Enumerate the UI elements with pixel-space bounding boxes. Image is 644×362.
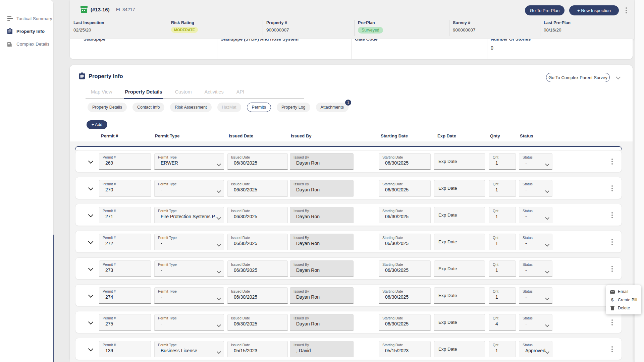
issued-date-field[interactable]: Issued Date 06/30/2025 (227, 207, 288, 223)
quantity-field[interactable]: Qnt 1 (489, 153, 516, 170)
issued-date-field[interactable]: Issued Date 06/30/2025 (227, 234, 288, 250)
status-select[interactable]: Status - (519, 260, 552, 277)
status-select[interactable]: Status - (519, 314, 552, 330)
collapse-chevron-icon[interactable] (616, 74, 620, 80)
quantity-field[interactable]: Qnt 1 (489, 207, 516, 223)
row-expand-chevron-icon[interactable] (88, 293, 94, 298)
context-menu-create-bill[interactable]: $ Create Bill (606, 296, 641, 304)
tab[interactable]: Map View (90, 87, 113, 99)
permit-number-field[interactable]: Permit # 271 (99, 207, 151, 223)
status-select[interactable]: Status - (519, 287, 552, 304)
section-chip-label: Contact Info (137, 105, 160, 110)
issued-by-value: Dayan Ron (290, 159, 353, 166)
row-kebab-menu-icon[interactable] (611, 265, 613, 273)
issued-date-field[interactable]: Issued Date 06/30/2025 (227, 314, 288, 330)
row-expand-chevron-icon[interactable] (88, 185, 94, 191)
section-chip[interactable]: HazMat (217, 103, 241, 112)
permit-type-select[interactable]: Permit Type - (154, 260, 224, 277)
exp-date-field[interactable]: Exp Date (434, 153, 485, 170)
starting-date-field[interactable]: Starting Date 06/30/2025 (379, 207, 431, 223)
row-kebab-menu-icon[interactable] (611, 346, 613, 353)
permit-type-select[interactable]: Permit Type - (154, 287, 224, 304)
permit-number-field[interactable]: Permit # 274 (99, 287, 151, 304)
exp-date-field[interactable]: Exp Date (434, 260, 485, 277)
permit-number-field[interactable]: Permit # 139 (99, 341, 151, 357)
section-chip[interactable]: Property Log (277, 103, 310, 112)
complex-details-icon (7, 41, 13, 47)
starting-date-field[interactable]: Starting Date 06/30/2025 (379, 153, 431, 170)
tab[interactable]: API (236, 87, 245, 99)
status-select[interactable]: Status - (519, 180, 552, 196)
starting-date-field[interactable]: Starting Date 06/30/2025 (379, 180, 431, 196)
tab[interactable]: Activities (204, 87, 224, 99)
row-expand-chevron-icon[interactable] (88, 266, 94, 271)
row-expand-chevron-icon[interactable] (88, 239, 94, 244)
issued-date-field[interactable]: Issued Date 06/30/2025 (227, 180, 288, 196)
quantity-field[interactable]: Qnt 1 (489, 234, 516, 250)
permit-type-select[interactable]: Permit Type Fire Protection Systems P... (154, 207, 224, 223)
permit-number-field[interactable]: Permit # 272 (99, 234, 151, 250)
add-permit-button[interactable]: + Add (87, 120, 107, 129)
row-expand-chevron-icon[interactable] (88, 346, 94, 352)
exp-date-field[interactable]: Exp Date (434, 207, 485, 223)
go-to-complex-parent-survey-button[interactable]: Go To Complex Parent Survey (546, 73, 610, 82)
starting-date-field[interactable]: Starting Date 06/30/2025 (379, 260, 431, 277)
row-kebab-menu-icon[interactable] (611, 185, 613, 192)
issued-date-field[interactable]: Issued Date 06/30/2025 (227, 260, 288, 277)
status-select[interactable]: Status - (519, 207, 552, 223)
permit-type-select[interactable]: Permit Type Business License (154, 341, 224, 357)
context-menu-delete[interactable]: Delete (606, 304, 641, 312)
permit-type-select[interactable]: Permit Type - (154, 314, 224, 330)
starting-date-field[interactable]: Starting Date 06/30/2025 (379, 234, 431, 250)
exp-date-field[interactable]: Exp Date (434, 341, 485, 357)
status-select[interactable]: Status - (519, 234, 552, 250)
section-chip[interactable]: Contact Info (132, 103, 164, 112)
exp-date-field[interactable]: Exp Date (434, 314, 485, 330)
issued-by-field: Issued By Dayan Ron (290, 153, 354, 170)
row-kebab-menu-icon[interactable] (611, 158, 613, 165)
go-to-preplan-button[interactable]: Go To Pre-Plan (525, 5, 565, 15)
section-chip[interactable]: Property Details (88, 103, 127, 112)
permit-number-field[interactable]: Permit # 269 (99, 153, 151, 170)
starting-date-field[interactable]: Starting Date 06/30/2025 (379, 287, 431, 304)
quantity-field[interactable]: Qnt 4 (489, 314, 516, 330)
quantity-field[interactable]: Qnt 1 (489, 180, 516, 196)
status-select[interactable]: Status Approved (519, 341, 552, 357)
permit-number-field[interactable]: Permit # 270 (99, 180, 151, 196)
permit-number-field[interactable]: Permit # 273 (99, 260, 151, 277)
section-chip[interactable]: Risk Assessment (170, 103, 211, 112)
quantity-field[interactable]: Qnt 1 (489, 260, 516, 277)
section-chip[interactable]: Permits (247, 103, 271, 112)
header-kebab-menu-icon[interactable] (625, 7, 628, 14)
context-menu-email[interactable]: Email (606, 288, 641, 296)
section-chip[interactable]: Attachments 1 (316, 103, 348, 112)
starting-date-field[interactable]: Starting Date 05/15/2023 (379, 341, 431, 357)
sidebar-item-property-info[interactable]: Property Info (0, 25, 53, 38)
row-kebab-menu-icon[interactable] (611, 212, 613, 219)
sidebar-item-tactical-summary[interactable]: Tactical Summary (0, 12, 53, 25)
quantity-field[interactable]: Qnt 1 (489, 341, 516, 357)
row-expand-chevron-icon[interactable] (88, 212, 94, 218)
issued-date-field[interactable]: Issued Date 06/30/2025 (227, 287, 288, 304)
exp-date-field[interactable]: Exp Date (434, 287, 485, 304)
new-inspection-button[interactable]: + New Inspection (569, 5, 619, 15)
row-expand-chevron-icon[interactable] (88, 319, 94, 325)
row-kebab-menu-icon[interactable] (611, 238, 613, 246)
status-select[interactable]: Status - (519, 153, 552, 170)
row-kebab-menu-icon[interactable] (611, 319, 613, 326)
sidebar-item-complex-details[interactable]: Complex Details (0, 38, 53, 50)
permit-type-select[interactable]: Permit Type ERWER (154, 153, 224, 170)
issued-date-field[interactable]: Issued Date 05/15/2023 (227, 341, 288, 357)
starting-date-field[interactable]: Starting Date 06/30/2025 (379, 314, 431, 330)
permit-type-select[interactable]: Permit Type - (154, 180, 224, 196)
quantity-field[interactable]: Qnt 1 (489, 287, 516, 304)
permit-type-select[interactable]: Permit Type - (154, 234, 224, 250)
tab[interactable]: Custom (174, 87, 193, 99)
issued-by-field: Issued By Dayan Ron (290, 180, 354, 196)
exp-date-field[interactable]: Exp Date (434, 180, 485, 196)
row-expand-chevron-icon[interactable] (88, 159, 94, 164)
permit-number-field[interactable]: Permit # 275 (99, 314, 151, 330)
exp-date-field[interactable]: Exp Date (434, 234, 485, 250)
tab[interactable]: Property Details (124, 87, 163, 99)
issued-date-field[interactable]: Issued Date 06/30/2025 (227, 153, 288, 170)
